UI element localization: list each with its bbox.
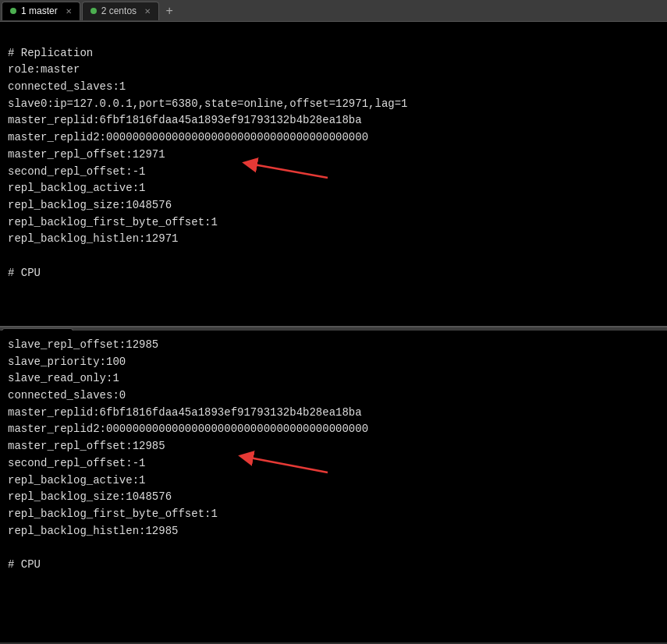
tab-master[interactable]: 1 master ✕ bbox=[2, 2, 80, 20]
tab-master-label: 1 master bbox=[21, 5, 58, 16]
tab-master-close[interactable]: ✕ bbox=[66, 7, 72, 16]
top-terminal-wrapper: # Replication role:master connected_slav… bbox=[0, 22, 667, 326]
tab-centos[interactable]: 2 centos ✕ bbox=[82, 2, 159, 20]
tab-centos-close[interactable]: ✕ bbox=[144, 7, 151, 16]
tab-centos-label: 2 centos bbox=[101, 5, 137, 16]
bottom-terminal: slave_repl_offset:12985 slave_priority:1… bbox=[0, 331, 667, 642]
bottom-terminal-wrapper: slave_repl_offset:12985 slave_priority:1… bbox=[0, 331, 667, 642]
top-tab-bar: 1 master ✕ 2 centos ✕ + bbox=[0, 0, 667, 22]
top-terminal: # Replication role:master connected_slav… bbox=[0, 22, 667, 326]
top-add-tab-button[interactable]: + bbox=[161, 2, 178, 19]
tab-master-dot bbox=[10, 8, 16, 14]
tab-centos-dot bbox=[90, 8, 97, 14]
